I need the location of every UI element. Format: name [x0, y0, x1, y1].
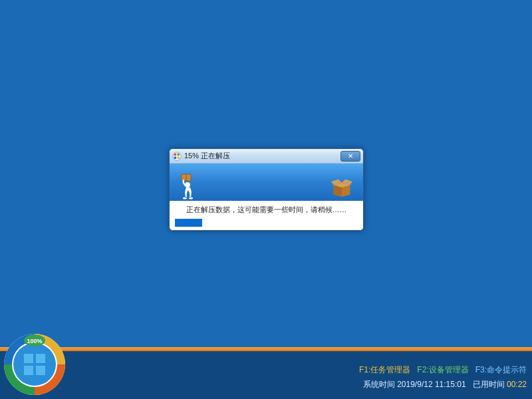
systime-label: 系统时间	[363, 380, 395, 389]
progress-fill	[175, 219, 202, 227]
dialog-titlebar: 15% 正在解压 ✕	[170, 149, 363, 164]
progress-bar	[175, 219, 358, 227]
elapsed-label: 已用时间	[473, 380, 505, 389]
systime-value: 2019/9/12 11:15:01	[397, 380, 466, 389]
hotkey-f3: F3:命令提示符	[475, 365, 527, 374]
svg-rect-4	[177, 156, 180, 159]
svg-rect-20	[36, 366, 45, 375]
close-button[interactable]: ✕	[340, 151, 360, 162]
status-text: 正在解压数据，这可能需要一些时间，请稍候……	[175, 205, 358, 215]
footer-area: F1:任务管理器 F2:设备管理器 F3:命令提示符 系统时间 2019/9/1…	[0, 351, 532, 399]
time-info: 系统时间 2019/9/12 11:15:01 已用时间 00:22	[363, 379, 527, 390]
carrier-icon	[178, 173, 198, 200]
badge-percent-text: 100%	[27, 338, 42, 344]
dialog-banner	[170, 164, 363, 201]
svg-point-8	[183, 198, 187, 200]
svg-point-16	[13, 343, 56, 386]
svg-rect-3	[174, 156, 177, 159]
svg-point-7	[185, 182, 190, 188]
svg-rect-18	[36, 354, 45, 363]
hotkey-f1: F1:任务管理器	[359, 365, 410, 374]
hotkey-hints: F1:任务管理器 F2:设备管理器 F3:命令提示符	[359, 364, 527, 376]
extract-dialog: 15% 正在解压 ✕	[169, 148, 364, 231]
progress-badge: 100%	[1, 331, 68, 398]
svg-point-9	[189, 198, 193, 200]
close-icon: ✕	[348, 152, 353, 160]
svg-rect-1	[174, 153, 177, 156]
svg-rect-2	[177, 153, 180, 156]
elapsed-value: 00:22	[507, 380, 527, 389]
windows-flag-icon	[172, 152, 182, 161]
hotkey-f2: F2:设备管理器	[417, 365, 468, 374]
svg-rect-17	[24, 354, 33, 363]
open-box-icon	[330, 177, 354, 197]
svg-rect-19	[24, 366, 33, 375]
dialog-title: 15% 正在解压	[184, 151, 340, 161]
dialog-content: 正在解压数据，这可能需要一些时间，请稍候……	[170, 201, 363, 231]
